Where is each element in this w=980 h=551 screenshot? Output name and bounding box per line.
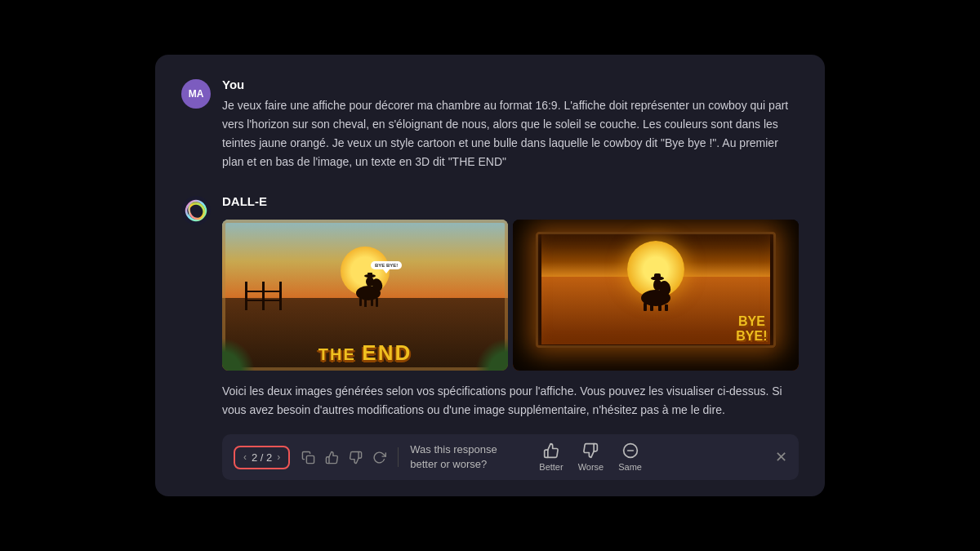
user-avatar: MA [181, 79, 211, 109]
svg-rect-15 [665, 304, 668, 311]
svg-rect-19 [307, 455, 314, 463]
svg-rect-5 [371, 298, 373, 306]
generated-image-2[interactable]: BYEBYE! [513, 220, 799, 371]
thumbs-down-icon[interactable] [349, 451, 363, 464]
prev-page-arrow[interactable]: ‹ [243, 451, 247, 463]
same-button[interactable]: Same [618, 442, 642, 472]
svg-rect-4 [364, 298, 367, 307]
generated-image-1[interactable]: BYE BYE! THE END [222, 220, 508, 371]
generated-images-row: BYE BYE! THE END [222, 220, 799, 371]
feedback-question-text: Was this response better or worse? [410, 442, 524, 472]
dalle-message-content: DALL-E [222, 194, 799, 481]
svg-rect-14 [658, 303, 662, 311]
svg-point-7 [366, 277, 374, 287]
toolbar-divider [398, 447, 399, 467]
tool-icons-group [301, 451, 386, 464]
better-button[interactable]: Better [539, 442, 563, 472]
svg-rect-6 [376, 298, 378, 307]
dalle-avatar [181, 196, 211, 225]
close-feedback-button[interactable]: ✕ [775, 450, 787, 464]
user-message: MA You Je veux faire une affiche pour dé… [181, 78, 799, 171]
svg-rect-13 [650, 304, 653, 311]
svg-rect-3 [359, 298, 362, 306]
refresh-icon[interactable] [372, 451, 386, 464]
svg-rect-18 [654, 273, 661, 279]
response-toolbar: ‹ 2 / 2 › [222, 434, 799, 480]
dalle-message: DALL-E [181, 194, 799, 481]
worse-label: Worse [578, 462, 604, 472]
better-label: Better [539, 462, 563, 472]
next-page-arrow[interactable]: › [277, 451, 280, 463]
feedback-buttons-group: Better Worse Same [539, 442, 642, 472]
chat-container: MA You Je veux faire une affiche pour dé… [155, 55, 825, 497]
user-message-text: Je veux faire une affiche pour décorer m… [222, 96, 799, 171]
user-message-content: You Je veux faire une affiche pour décor… [222, 78, 799, 171]
pagination-control[interactable]: ‹ 2 / 2 › [234, 446, 290, 469]
svg-rect-12 [644, 303, 647, 311]
svg-rect-9 [368, 273, 372, 278]
copy-icon[interactable] [301, 451, 315, 464]
dalle-name: DALL-E [222, 194, 799, 208]
same-label: Same [618, 462, 642, 472]
thumbs-up-icon[interactable] [325, 451, 339, 464]
user-name: You [222, 78, 799, 91]
worse-button[interactable]: Worse [578, 442, 604, 472]
dalle-description: Voici les deux images générées selon vos… [222, 382, 799, 420]
pagination-label: 2 / 2 [252, 451, 272, 464]
svg-point-16 [653, 279, 662, 291]
